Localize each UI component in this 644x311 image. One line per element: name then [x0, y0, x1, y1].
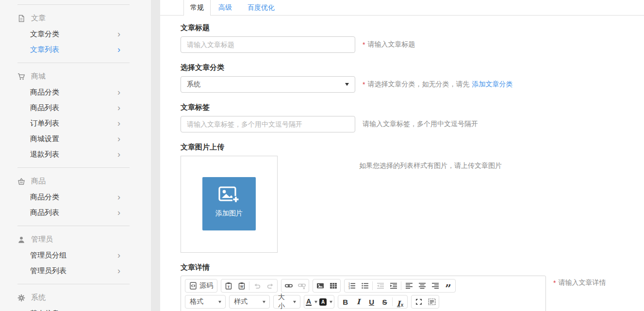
article-category-label: 选择文章分类	[181, 63, 644, 72]
chevron-right-icon: ›	[117, 251, 120, 260]
shopping-basket-icon	[17, 178, 25, 185]
unlink-button[interactable]	[295, 280, 308, 292]
article-image-hint: 如果您选择的列表样式有图片，请上传文章图片	[359, 162, 502, 170]
undo-button[interactable]	[250, 280, 264, 292]
bulleted-list-button[interactable]	[358, 280, 371, 292]
image-upload-dropzone[interactable]: 添加图片	[181, 156, 278, 253]
tab-general[interactable]: 常规	[183, 0, 211, 16]
toolbar-group-clipboard	[221, 279, 278, 293]
sidebar-section-system: 系统 基本信息 ›	[0, 290, 151, 311]
italic-button[interactable]: I	[352, 296, 365, 308]
show-blocks-icon	[428, 298, 436, 306]
sidebar-item-basic-info[interactable]: 基本信息 ›	[0, 306, 151, 311]
sidebar-item-order-list[interactable]: 订单列表 ›	[0, 115, 151, 131]
sidebar-item-label: 商品列表	[30, 103, 59, 113]
align-center-icon	[418, 282, 426, 290]
paste-word-button[interactable]	[235, 280, 248, 292]
background-color-button[interactable]: A	[318, 296, 333, 308]
remove-format-button[interactable]: I x	[394, 296, 407, 308]
underline-icon: U	[369, 298, 374, 306]
article-detail-label: 文章详情	[181, 263, 644, 272]
article-category-hint: * 请选择文章分类，如无分类，请先 添加文章分类	[363, 80, 512, 89]
redo-button[interactable]	[264, 280, 277, 292]
link-button[interactable]	[282, 280, 295, 292]
size-combo[interactable]: 大小	[273, 295, 300, 309]
insert-image-button[interactable]	[314, 280, 327, 292]
tab-baidu-seo[interactable]: 百度优化	[240, 0, 282, 15]
article-detail-hint: * 请输入文章详情	[553, 278, 606, 287]
background-color-icon: A	[319, 298, 327, 306]
italic-icon: I	[357, 298, 360, 306]
article-category-select[interactable]: 系统	[181, 76, 355, 93]
insert-table-button[interactable]	[327, 280, 340, 292]
paste-text-icon	[225, 282, 232, 290]
chevron-right-icon: ›	[117, 30, 120, 38]
source-button[interactable]: 源码	[186, 280, 216, 292]
sidebar-item-goods-category[interactable]: 商品分类 ›	[0, 84, 151, 100]
strikethrough-button[interactable]: S	[378, 296, 391, 308]
article-tags-label: 文章标签	[181, 103, 644, 112]
align-center-button[interactable]	[415, 280, 429, 292]
sidebar: 文章 文章分类 › 文章列表 › 商城 商品分类 › 商品列表 › 订单列表 ›	[0, 0, 151, 311]
sidebar-item-product-category[interactable]: 商品分类 ›	[0, 189, 151, 205]
blockquote-icon: ”	[445, 281, 451, 290]
sidebar-header-system[interactable]: 系统	[0, 290, 151, 306]
sidebar-item-mall-settings[interactable]: 商城设置 ›	[0, 131, 151, 147]
bold-button[interactable]: B	[339, 296, 352, 308]
indent-icon	[390, 282, 397, 290]
maximize-button[interactable]	[412, 296, 425, 308]
toolbar-row-2: 格式 样式 大小	[185, 295, 542, 309]
bold-icon: B	[343, 298, 348, 306]
divider	[17, 4, 130, 5]
format-combo[interactable]: 格式	[185, 295, 226, 309]
outdent-button[interactable]	[374, 280, 387, 292]
sidebar-item-label: 商品列表	[30, 208, 59, 217]
add-image-button[interactable]: 添加图片	[202, 177, 256, 230]
sidebar-item-refund-list[interactable]: 退款列表 ›	[0, 147, 151, 162]
sidebar-header-mall[interactable]: 商城	[0, 68, 151, 84]
caret-down-icon	[330, 301, 332, 303]
text-color-button[interactable]: A	[305, 296, 318, 308]
select-value: 系统	[187, 80, 200, 89]
field-article-category: 选择文章分类 系统 * 请选择文章分类，如无分类，请先 添加文章分类	[181, 63, 644, 93]
sidebar-item-label: 基本信息	[30, 309, 59, 311]
add-category-link[interactable]: 添加文章分类	[472, 80, 512, 89]
sidebar-item-product-list[interactable]: 商品列表 ›	[0, 205, 151, 220]
align-right-button[interactable]	[429, 280, 442, 292]
toolbar-group-basicstyles: B I U S I x	[338, 295, 408, 309]
sidebar-header-label: 商城	[31, 72, 46, 81]
undo-icon	[253, 282, 261, 290]
blockquote-button[interactable]: ”	[442, 280, 455, 292]
align-left-button[interactable]	[402, 280, 415, 292]
sidebar-item-label: 商品分类	[30, 193, 59, 202]
outdent-icon	[377, 282, 384, 290]
sidebar-item-admin-list[interactable]: 管理员列表 ›	[0, 263, 151, 278]
show-blocks-button[interactable]	[425, 296, 438, 308]
sidebar-header-article[interactable]: 文章	[0, 10, 151, 26]
sidebar-section-mall: 商城 商品分类 › 商品列表 › 订单列表 › 商城设置 › 退款列表 ›	[0, 68, 151, 162]
sidebar-item-label: 文章列表	[30, 45, 59, 54]
underline-button[interactable]: U	[365, 296, 378, 308]
sidebar-item-article-category[interactable]: 文章分类 ›	[0, 26, 151, 42]
article-title-input[interactable]	[181, 36, 355, 53]
sidebar-item-admin-group[interactable]: 管理员分组 ›	[0, 247, 151, 263]
sidebar-item-label: 商城设置	[30, 134, 59, 144]
styles-combo[interactable]: 样式	[229, 295, 270, 309]
sidebar-item-goods-list[interactable]: 商品列表 ›	[0, 100, 151, 115]
source-code-icon	[189, 282, 197, 290]
sidebar-item-label: 管理员分组	[30, 251, 66, 260]
indent-button[interactable]	[387, 280, 400, 292]
tab-advanced[interactable]: 高级	[211, 0, 240, 15]
numbered-list-button[interactable]	[345, 280, 358, 292]
toolbar-group-insert	[313, 279, 341, 293]
sidebar-header-product[interactable]: 商品	[0, 173, 151, 189]
sidebar-item-label: 退款列表	[30, 150, 59, 159]
sidebar-header-admin[interactable]: 管理员	[0, 231, 151, 247]
paste-text-button[interactable]	[222, 280, 235, 292]
sidebar-item-article-list[interactable]: 文章列表 ›	[0, 42, 151, 57]
chevron-right-icon: ›	[117, 88, 120, 97]
paste-word-icon	[238, 282, 246, 290]
sidebar-item-label: 订单列表	[30, 119, 59, 128]
field-article-title: 文章标题 * 请输入文章标题	[181, 23, 644, 53]
article-tags-input[interactable]	[181, 116, 355, 132]
